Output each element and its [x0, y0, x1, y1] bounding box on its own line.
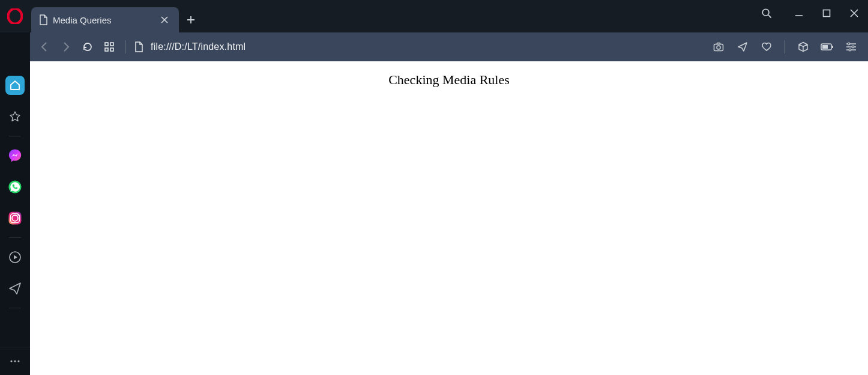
sidebar-separator-2	[9, 237, 21, 238]
star-icon	[9, 111, 21, 123]
home-icon	[10, 80, 20, 91]
svg-point-21	[10, 360, 12, 362]
easy-setup-icon	[846, 42, 857, 52]
snapshot-button[interactable]	[708, 36, 729, 58]
sidebar-whatsapp-button[interactable]	[5, 177, 25, 197]
sidebar-separator-3	[9, 308, 21, 308]
minimize-button[interactable]	[785, 0, 813, 26]
plus-icon	[187, 16, 195, 24]
sidebar-separator	[9, 136, 21, 136]
extensions-cube-button[interactable]	[792, 36, 814, 58]
send-button[interactable]	[732, 36, 753, 58]
svg-rect-6	[110, 48, 113, 51]
close-window-button[interactable]	[840, 0, 868, 26]
opera-menu-button[interactable]	[0, 0, 30, 32]
close-icon	[161, 16, 168, 23]
window-close-icon	[850, 9, 858, 17]
reload-icon	[82, 41, 93, 52]
sidebar-home-button[interactable]	[5, 76, 25, 95]
maximize-icon	[822, 9, 831, 17]
back-icon	[39, 41, 50, 52]
svg-rect-3	[105, 43, 108, 46]
speed-dial-button[interactable]	[98, 36, 120, 58]
tab-title: Media Queries	[53, 15, 157, 25]
sidebar-flow-button[interactable]	[5, 279, 25, 298]
speed-dial-icon	[104, 41, 115, 52]
plane-icon	[8, 282, 22, 295]
svg-point-14	[849, 49, 851, 51]
svg-point-0	[8, 9, 22, 24]
forward-button[interactable]	[55, 36, 77, 58]
heart-button[interactable]	[756, 36, 777, 58]
titlebar: Media Queries	[0, 0, 868, 32]
reload-button[interactable]	[77, 36, 98, 58]
send-icon	[737, 41, 748, 52]
window-controls	[753, 0, 868, 26]
svg-rect-10	[822, 45, 828, 49]
back-button[interactable]	[34, 36, 55, 58]
more-icon	[10, 359, 20, 363]
snapshot-icon	[713, 42, 724, 52]
toolbar-right	[708, 36, 862, 58]
sidebar-player-button[interactable]	[5, 248, 25, 267]
page-file-icon	[130, 38, 147, 55]
easy-setup-button[interactable]	[840, 36, 862, 58]
search-tabs-button[interactable]	[753, 0, 780, 26]
cube-icon	[798, 41, 809, 52]
svg-rect-11	[832, 46, 833, 48]
battery-saver-button[interactable]	[816, 36, 838, 58]
svg-point-13	[852, 46, 854, 48]
page-content: Checking Media Rules	[30, 61, 868, 375]
svg-rect-2	[824, 10, 830, 17]
svg-point-12	[848, 43, 850, 45]
sidebar-instagram-button[interactable]	[5, 209, 25, 228]
lower-area: Checking Media Rules	[0, 61, 868, 375]
svg-point-23	[17, 360, 19, 362]
tab-active[interactable]: Media Queries	[31, 7, 179, 32]
opera-logo-icon	[7, 8, 23, 24]
sidebar-messenger-button[interactable]	[5, 146, 25, 165]
page-heading: Checking Media Rules	[30, 72, 868, 88]
forward-icon	[61, 41, 71, 52]
heart-icon	[761, 42, 772, 52]
sidebar	[0, 61, 30, 375]
battery-icon	[821, 43, 834, 51]
minimize-icon	[795, 9, 803, 17]
svg-point-8	[717, 46, 720, 49]
svg-rect-5	[105, 48, 108, 51]
file-icon	[38, 14, 48, 25]
toolbar-separator	[125, 40, 125, 53]
toolbar: file:///D:/LT/index.html	[30, 32, 868, 61]
play-icon	[8, 251, 22, 264]
svg-rect-7	[714, 44, 723, 51]
svg-point-22	[14, 360, 16, 362]
sidebar-more-button[interactable]	[0, 347, 30, 375]
svg-rect-4	[110, 43, 113, 46]
search-icon	[761, 8, 772, 19]
tab-close-button[interactable]	[157, 13, 172, 27]
instagram-icon	[8, 211, 22, 225]
svg-point-1	[762, 9, 769, 16]
whatsapp-icon	[7, 179, 23, 195]
maximize-button[interactable]	[813, 0, 840, 26]
address-bar[interactable]: file:///D:/LT/index.html	[151, 41, 708, 52]
sidebar-bookmarks-button[interactable]	[5, 107, 25, 126]
toolbar-separator-right	[785, 40, 785, 53]
new-tab-button[interactable]	[179, 7, 203, 32]
messenger-icon	[7, 148, 23, 163]
